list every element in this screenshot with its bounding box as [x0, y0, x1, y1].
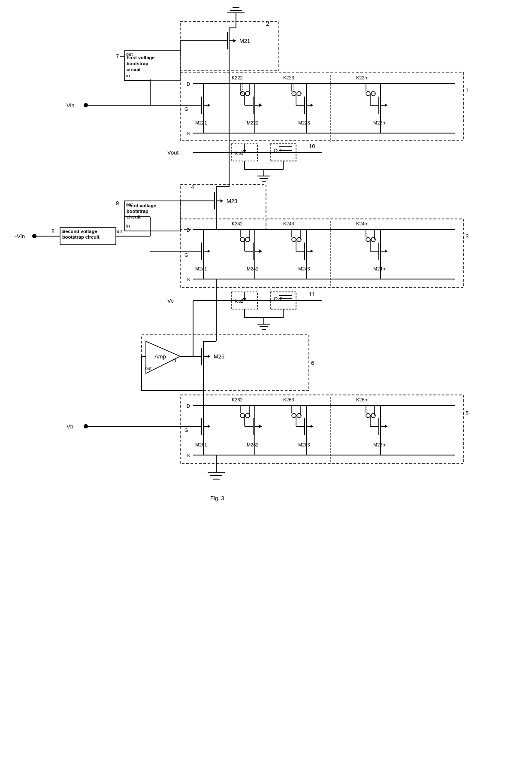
k24m-label: K24m: [356, 221, 369, 226]
svg-marker-54: [311, 103, 313, 107]
svg-marker-29: [208, 103, 210, 107]
second-bootstrap-label: Second voltage: [62, 229, 97, 234]
num4: 4: [191, 184, 194, 190]
svg-marker-203: [208, 425, 210, 428]
num6: 6: [311, 360, 314, 366]
svg-point-121: [245, 237, 250, 242]
m262-label: M262: [247, 442, 259, 447]
second-bootstrap-out: out: [115, 229, 122, 234]
svg-point-42: [245, 91, 250, 96]
svg-marker-130: [259, 249, 262, 253]
k243-label: K243: [283, 221, 294, 226]
first-bootstrap-label3: circuit: [127, 67, 141, 72]
num9: 9: [116, 200, 119, 206]
svg-point-59: [366, 91, 370, 96]
svg-point-102: [32, 234, 36, 238]
m222-label: M222: [247, 120, 259, 125]
m263-label: M263: [298, 442, 310, 447]
svg-rect-97: [180, 185, 266, 230]
ics2-label: ics2: [235, 298, 244, 304]
svg-point-22: [84, 103, 88, 107]
svg-marker-183: [208, 355, 210, 358]
svg-marker-40: [259, 103, 262, 107]
svg-marker-117: [208, 249, 210, 253]
ics1-label: ics1: [235, 150, 244, 155]
m243-label: M243: [298, 266, 310, 271]
k242-label: K242: [232, 221, 243, 226]
m223-label: M223: [298, 120, 310, 125]
num1: 1: [466, 87, 469, 94]
svg-marker-228: [311, 425, 313, 428]
d-label-bot: D: [187, 404, 190, 409]
m21-label: M21: [239, 38, 250, 44]
m241-label: M241: [195, 266, 207, 271]
vc-label: Vc: [167, 297, 174, 304]
first-bootstrap-label2: bootstrap: [127, 61, 148, 66]
m22m-label: M22m: [373, 120, 387, 125]
svg-point-195: [84, 424, 88, 428]
fig-caption: Fig. 3: [210, 495, 224, 501]
second-bootstrap-in: in: [60, 229, 64, 234]
num11: 11: [309, 291, 315, 297]
k26m-label: K26m: [356, 397, 369, 402]
num8: 8: [51, 228, 54, 234]
third-bootstrap-in: in: [126, 223, 130, 228]
m242-label: M242: [247, 266, 259, 271]
s-label-bot: S: [187, 453, 190, 458]
num5: 5: [466, 410, 469, 416]
k222-label: K222: [232, 75, 243, 80]
k263-label: K263: [283, 397, 294, 402]
svg-point-231: [366, 413, 370, 418]
d-label-top: D: [187, 82, 190, 87]
svg-point-132: [292, 237, 296, 242]
third-bootstrap-out: out: [126, 202, 133, 207]
neg-vin-label: -Vin: [15, 233, 25, 240]
first-bootstrap-in: in: [126, 73, 130, 78]
svg-marker-143: [311, 249, 313, 253]
m261-label: M261: [195, 442, 207, 447]
num3: 3: [466, 233, 469, 240]
svg-rect-18: [180, 72, 463, 141]
svg-point-119: [240, 237, 245, 242]
amp-out: out: [145, 366, 151, 371]
diagram-container: M21 2 First voltage bootstrap circuit ou…: [0, 0, 532, 768]
s-label-mid: S: [187, 277, 190, 282]
vb-label: Vb: [66, 423, 73, 430]
svg-marker-242: [385, 425, 387, 428]
svg-marker-215: [259, 425, 262, 428]
m24m-label: M24m: [373, 266, 387, 271]
m23-label: M23: [227, 198, 237, 204]
num7: 7: [116, 53, 119, 59]
s-label-top: S: [187, 131, 190, 136]
vin-label: Vin: [66, 102, 75, 109]
k22m-label: K22m: [356, 75, 369, 80]
g-label-top: G: [184, 106, 188, 112]
first-bootstrap-out: out: [126, 52, 133, 57]
amp-label: Amp: [154, 353, 166, 360]
k223-label: K223: [283, 75, 294, 80]
third-bootstrap-label2: bootstrap: [127, 209, 148, 214]
k262-label: K262: [232, 397, 243, 402]
svg-marker-67: [385, 103, 387, 107]
m26m-label: M26m: [373, 442, 387, 447]
m25-label: M25: [214, 353, 224, 360]
second-bootstrap-label2: bootstrap circuit: [62, 234, 100, 240]
amp-in: in: [172, 358, 176, 363]
vout-label: Vout: [167, 149, 178, 156]
svg-point-204: [240, 413, 245, 418]
svg-marker-157: [385, 249, 387, 253]
svg-point-206: [245, 413, 250, 418]
svg-point-217: [292, 413, 296, 418]
m221-label: M221: [195, 120, 207, 125]
svg-marker-11: [233, 39, 236, 42]
svg-marker-96: [221, 199, 223, 203]
g-label-mid: G: [184, 252, 188, 258]
num10: 10: [309, 143, 315, 149]
g-label-bot: G: [184, 428, 188, 433]
d-label-mid: D: [187, 228, 190, 233]
svg-point-146: [366, 237, 370, 242]
